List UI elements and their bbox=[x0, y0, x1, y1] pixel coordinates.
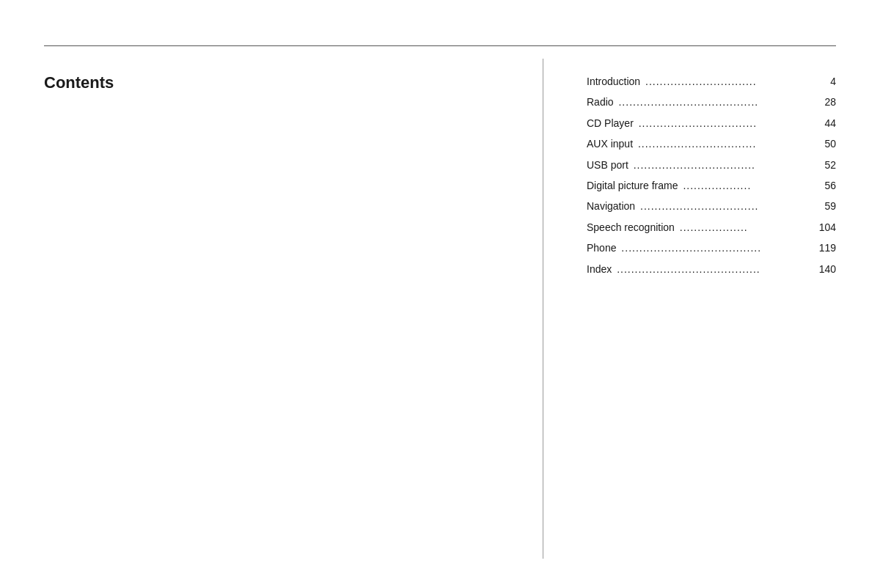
toc-label: AUX input ..............................… bbox=[587, 136, 814, 152]
toc-title: Index bbox=[587, 261, 612, 277]
toc-entry: Radio ..................................… bbox=[587, 94, 836, 110]
toc-label: Speech recognition ................... bbox=[587, 219, 814, 235]
toc-page: 52 bbox=[814, 157, 836, 173]
toc-dots: ................................. bbox=[637, 198, 813, 214]
toc-page: 44 bbox=[814, 115, 836, 131]
vertical-divider bbox=[543, 59, 543, 559]
toc-title: Speech recognition bbox=[587, 219, 675, 235]
toc-entry: Introduction ...........................… bbox=[587, 73, 836, 89]
toc-page: 140 bbox=[814, 261, 836, 277]
toc-entry: USB port ...............................… bbox=[587, 157, 836, 173]
toc-label: CD Player ..............................… bbox=[587, 115, 814, 131]
toc-label: Navigation .............................… bbox=[587, 198, 814, 214]
page-title: Contents bbox=[44, 73, 543, 92]
toc-entry: Index ..................................… bbox=[587, 261, 836, 277]
toc-page: 50 bbox=[814, 136, 836, 152]
toc-page: 4 bbox=[814, 73, 836, 89]
toc-entry: CD Player ..............................… bbox=[587, 115, 836, 131]
toc-label: USB port ...............................… bbox=[587, 157, 814, 173]
toc-page: 56 bbox=[814, 177, 836, 194]
page-container: Contents Introduction ..................… bbox=[0, 0, 880, 588]
toc-dots: ........................................ bbox=[613, 261, 813, 277]
toc-title: Introduction bbox=[587, 73, 640, 89]
toc-page: 28 bbox=[814, 94, 836, 110]
toc-dots: ................... bbox=[680, 177, 813, 194]
toc-page: 119 bbox=[814, 240, 836, 256]
toc-title: Digital picture frame bbox=[587, 177, 678, 194]
toc-dots: ................... bbox=[676, 219, 813, 235]
toc-label: Index ..................................… bbox=[587, 261, 814, 277]
left-panel: Contents bbox=[44, 59, 543, 559]
toc-label: Introduction ...........................… bbox=[587, 73, 814, 89]
toc-label: Digital picture frame ..................… bbox=[587, 177, 814, 194]
toc-entry: Digital picture frame ..................… bbox=[587, 177, 836, 194]
toc-page: 104 bbox=[814, 219, 836, 235]
toc-dots: ....................................... bbox=[617, 240, 813, 256]
toc-title: AUX input bbox=[587, 136, 633, 152]
toc-title: Navigation bbox=[587, 198, 635, 214]
toc-entry: AUX input ..............................… bbox=[587, 136, 836, 152]
toc-title: USB port bbox=[587, 157, 628, 173]
toc-title: Radio bbox=[587, 94, 614, 110]
toc-entry: Phone ..................................… bbox=[587, 240, 836, 256]
toc-dots: ............................... bbox=[642, 73, 813, 89]
toc-entry: Speech recognition ................... 1… bbox=[587, 219, 836, 235]
toc-page: 59 bbox=[814, 198, 836, 214]
toc-dots: .................................. bbox=[630, 157, 813, 173]
toc-title: Phone bbox=[587, 240, 616, 256]
toc-label: Phone ..................................… bbox=[587, 240, 814, 256]
toc-dots: ....................................... bbox=[615, 94, 813, 110]
toc-dots: ................................. bbox=[634, 136, 813, 152]
toc-dots: ................................. bbox=[635, 115, 813, 131]
toc-label: Radio ..................................… bbox=[587, 94, 814, 110]
content-area: Contents Introduction ..................… bbox=[44, 59, 836, 559]
toc-panel: Introduction ...........................… bbox=[543, 59, 836, 559]
top-border bbox=[44, 45, 836, 46]
toc-entry: Navigation .............................… bbox=[587, 198, 836, 214]
toc-title: CD Player bbox=[587, 115, 634, 131]
